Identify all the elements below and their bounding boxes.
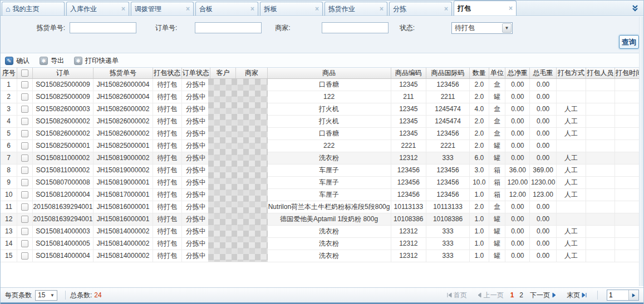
tab-close-icon[interactable]: ×: [250, 5, 254, 13]
cell-qty: 1.0: [470, 213, 489, 225]
star-icon: ✱: [40, 57, 48, 65]
cell-product: 车厘子: [267, 188, 391, 201]
cell-pack_status: 待打包: [153, 78, 181, 91]
cell-no: 7: [1, 152, 17, 164]
cell-order: 2015081639294001: [32, 201, 94, 213]
cell-packer: [586, 78, 614, 91]
cell-unit: 罐: [489, 139, 505, 152]
row-checkbox[interactable]: [21, 106, 28, 113]
cell-code: 12345: [391, 127, 426, 139]
tab-5[interactable]: 拆板×: [260, 2, 323, 16]
cell-product: 车厘子: [267, 164, 391, 176]
cell-packer: [586, 164, 614, 176]
cell-product: 122: [267, 91, 391, 103]
right-edge-strip: [639, 17, 643, 286]
cell-gross: 0.00: [530, 103, 557, 115]
cell-method: [557, 213, 586, 225]
row-checkbox[interactable]: [21, 240, 28, 247]
first-page-button[interactable]: 首页: [445, 291, 467, 300]
tab-close-icon[interactable]: ×: [186, 5, 190, 13]
row-checkbox-cell: [17, 127, 32, 139]
cell-code: 123456: [391, 176, 426, 188]
table-row: 15SO150814000004JH150814000002待打包分拣中洗衣粉1…: [1, 250, 643, 262]
column-header: 打包人员: [586, 68, 614, 78]
cell-gross: 0.00: [530, 127, 557, 139]
cell-net: 0.00: [505, 250, 530, 262]
cell-pick: JH150816000001: [94, 201, 153, 213]
goto-page-button[interactable]: [628, 290, 638, 300]
table-row: 7SO150811000002JH150819000002待打包分拣中洗衣粉12…: [1, 152, 643, 164]
tab-2[interactable]: 入库作业×: [66, 2, 129, 16]
cell-pick: JH150814000002: [94, 237, 153, 250]
row-checkbox[interactable]: [21, 118, 28, 125]
cell-qty: 1.0: [470, 237, 489, 250]
pick-no-input[interactable]: [70, 22, 136, 33]
tab-3[interactable]: 调拨管理×: [131, 2, 194, 16]
order-no-input[interactable]: [195, 22, 262, 33]
cell-order: SO150825000009: [32, 91, 94, 103]
packing-page: ⌂我的主页入库作业×调拨管理×合板×拆板×拣货作业×分拣×打包× 拣货单号: 订…: [0, 0, 644, 304]
cell-pick: JH150819000002: [94, 164, 153, 176]
select-all-checkbox[interactable]: [21, 69, 28, 77]
row-checkbox[interactable]: [21, 179, 28, 186]
row-checkbox[interactable]: [21, 252, 28, 260]
next-page-button[interactable]: 下一页: [530, 291, 559, 300]
row-checkbox-cell: [17, 201, 32, 213]
row-checkbox[interactable]: [21, 130, 28, 137]
tab-7[interactable]: 分拣×: [389, 2, 452, 16]
cell-unit: 盒: [489, 127, 505, 139]
row-checkbox[interactable]: [21, 81, 28, 88]
goto-page-input[interactable]: [607, 290, 628, 300]
goto-page-wrap: [607, 290, 639, 301]
cell-no: 2: [1, 91, 17, 103]
merchant-input[interactable]: [322, 22, 389, 33]
cell-code: 123456: [391, 164, 426, 176]
per-page-select[interactable]: 15 ▼: [35, 290, 57, 301]
tab-overflow-button[interactable]: [630, 4, 640, 13]
tab-6[interactable]: 拣货作业×: [325, 2, 387, 16]
tab-close-icon[interactable]: ×: [121, 5, 125, 13]
cell-product: 车厘子: [267, 176, 391, 188]
cell-intl: 123456: [426, 188, 470, 201]
tab-close-icon[interactable]: ×: [380, 5, 384, 13]
tab-1[interactable]: ⌂我的主页: [2, 2, 65, 16]
query-button[interactable]: 查询: [619, 35, 639, 49]
cell-unit: 盒: [489, 78, 505, 91]
tab-8[interactable]: 打包×: [454, 1, 517, 16]
prev-page-button[interactable]: 上一页: [475, 291, 504, 300]
table-row: 6SO150825000001JH150825000001待打包分拣中22222…: [1, 139, 643, 152]
cell-qty: 2.0: [470, 91, 489, 103]
cell-pack_status: 待打包: [153, 188, 181, 201]
tab-close-icon[interactable]: ×: [444, 5, 448, 13]
chevron-down-icon: ▼: [502, 23, 512, 33]
page-number-2[interactable]: 2: [519, 291, 523, 299]
row-checkbox[interactable]: [21, 155, 28, 162]
pagination-bar: 每页条数 15 ▼ 总条数: 24 首页 上一页 12 下一页 末页: [1, 287, 643, 302]
row-checkbox[interactable]: [21, 142, 28, 149]
last-page-button[interactable]: 末页: [567, 291, 589, 300]
toolbar-button-1[interactable]: ✎确认: [5, 56, 30, 66]
cell-qty: 10.0: [470, 176, 489, 188]
cell-method: 人工: [557, 152, 586, 164]
row-checkbox-cell: [17, 164, 32, 176]
pagination-controls: 首页 上一页 12 下一页 末页: [441, 290, 639, 301]
toolbar-button-2[interactable]: ✱导出: [40, 56, 64, 66]
cell-order_status: 分拣中: [181, 127, 210, 139]
status-select[interactable]: 待打包 ▼: [451, 22, 513, 34]
row-checkbox[interactable]: [21, 216, 28, 223]
tab-close-icon[interactable]: ×: [315, 5, 319, 13]
tab-close-icon[interactable]: ×: [509, 4, 513, 12]
cell-pack_status: 待打包: [153, 127, 181, 139]
toolbar-button-3[interactable]: ✱打印快递单: [74, 56, 119, 66]
toolbar-button-label: 确认: [16, 56, 30, 66]
row-checkbox[interactable]: [21, 167, 28, 174]
row-checkbox[interactable]: [21, 191, 28, 198]
row-checkbox[interactable]: [21, 228, 28, 235]
row-checkbox[interactable]: [21, 93, 28, 101]
tab-4[interactable]: 合板×: [195, 2, 258, 16]
cell-code: 12312: [391, 250, 426, 262]
cell-net: 0.00: [505, 213, 530, 225]
page-number-1[interactable]: 1: [510, 291, 514, 299]
cell-net: 0.00: [505, 225, 530, 237]
row-checkbox[interactable]: [21, 203, 28, 211]
